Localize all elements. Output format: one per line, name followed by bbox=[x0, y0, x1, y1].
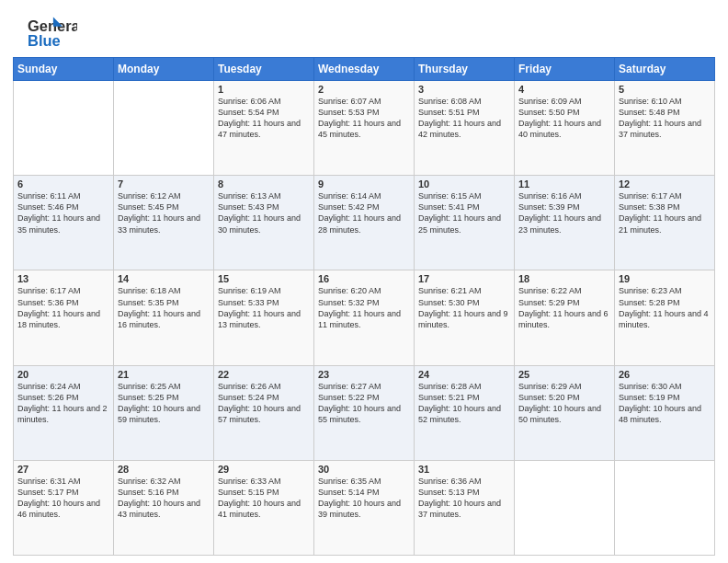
calendar-day-header: Wednesday bbox=[314, 58, 415, 81]
calendar-day-header: Saturday bbox=[615, 58, 715, 81]
day-info: Sunrise: 6:33 AMSunset: 5:15 PMDaylight:… bbox=[218, 476, 310, 521]
day-info: Sunrise: 6:07 AMSunset: 5:53 PMDaylight:… bbox=[318, 96, 410, 141]
day-info: Sunrise: 6:15 AMSunset: 5:41 PMDaylight:… bbox=[418, 190, 510, 236]
day-number: 23 bbox=[318, 369, 410, 380]
calendar-cell: 1Sunrise: 6:06 AMSunset: 5:54 PMDaylight… bbox=[214, 81, 314, 176]
day-info: Sunrise: 6:22 AMSunset: 5:29 PMDaylight:… bbox=[518, 285, 610, 330]
calendar-cell: 14Sunrise: 6:18 AMSunset: 5:35 PMDayligh… bbox=[114, 270, 214, 365]
calendar-cell: 15Sunrise: 6:19 AMSunset: 5:33 PMDayligh… bbox=[214, 270, 314, 365]
calendar-day-header: Tuesday bbox=[214, 58, 314, 81]
calendar-cell: 30Sunrise: 6:35 AMSunset: 5:14 PMDayligh… bbox=[314, 460, 415, 555]
svg-text:Blue: Blue bbox=[28, 32, 61, 49]
calendar-cell: 31Sunrise: 6:36 AMSunset: 5:13 PMDayligh… bbox=[415, 460, 515, 555]
day-number: 28 bbox=[118, 464, 210, 475]
day-number: 2 bbox=[318, 84, 410, 95]
day-number: 22 bbox=[218, 369, 310, 380]
day-info: Sunrise: 6:17 AMSunset: 5:36 PMDaylight:… bbox=[17, 285, 109, 330]
calendar-cell bbox=[615, 460, 715, 555]
day-info: Sunrise: 6:17 AMSunset: 5:38 PMDaylight:… bbox=[619, 190, 711, 236]
day-number: 13 bbox=[17, 273, 109, 284]
calendar-cell: 12Sunrise: 6:17 AMSunset: 5:38 PMDayligh… bbox=[615, 176, 715, 270]
page: General Blue SundayMondayTuesdayWednesda… bbox=[0, 0, 728, 563]
day-info: Sunrise: 6:23 AMSunset: 5:28 PMDaylight:… bbox=[619, 285, 711, 330]
day-info: Sunrise: 6:30 AMSunset: 5:19 PMDaylight:… bbox=[619, 381, 711, 426]
calendar-cell: 16Sunrise: 6:20 AMSunset: 5:32 PMDayligh… bbox=[314, 270, 415, 365]
calendar-cell: 25Sunrise: 6:29 AMSunset: 5:20 PMDayligh… bbox=[515, 365, 615, 460]
calendar-day-header: Thursday bbox=[415, 58, 515, 81]
calendar-cell: 6Sunrise: 6:11 AMSunset: 5:46 PMDaylight… bbox=[14, 176, 114, 270]
calendar-header-row: SundayMondayTuesdayWednesdayThursdayFrid… bbox=[14, 58, 715, 81]
day-info: Sunrise: 6:18 AMSunset: 5:35 PMDaylight:… bbox=[118, 285, 210, 330]
day-number: 19 bbox=[619, 273, 711, 284]
calendar-day-header: Monday bbox=[114, 58, 214, 81]
calendar-cell: 17Sunrise: 6:21 AMSunset: 5:30 PMDayligh… bbox=[415, 270, 515, 365]
day-info: Sunrise: 6:31 AMSunset: 5:17 PMDaylight:… bbox=[17, 476, 109, 521]
day-number: 27 bbox=[17, 464, 109, 475]
day-number: 30 bbox=[318, 464, 410, 475]
day-info: Sunrise: 6:14 AMSunset: 5:42 PMDaylight:… bbox=[318, 190, 410, 236]
calendar-cell: 8Sunrise: 6:13 AMSunset: 5:43 PMDaylight… bbox=[214, 176, 314, 270]
day-info: Sunrise: 6:24 AMSunset: 5:26 PMDaylight:… bbox=[17, 381, 109, 426]
day-number: 3 bbox=[418, 84, 510, 95]
day-number: 18 bbox=[518, 273, 610, 284]
day-info: Sunrise: 6:35 AMSunset: 5:14 PMDaylight:… bbox=[318, 476, 410, 521]
calendar-cell: 27Sunrise: 6:31 AMSunset: 5:17 PMDayligh… bbox=[14, 460, 114, 555]
day-number: 29 bbox=[218, 464, 310, 475]
calendar-cell: 2Sunrise: 6:07 AMSunset: 5:53 PMDaylight… bbox=[314, 81, 415, 176]
calendar-cell: 13Sunrise: 6:17 AMSunset: 5:36 PMDayligh… bbox=[14, 270, 114, 365]
day-info: Sunrise: 6:25 AMSunset: 5:25 PMDaylight:… bbox=[118, 381, 210, 426]
day-info: Sunrise: 6:21 AMSunset: 5:30 PMDaylight:… bbox=[418, 285, 510, 330]
header: General Blue bbox=[13, 11, 715, 50]
calendar-cell: 7Sunrise: 6:12 AMSunset: 5:45 PMDaylight… bbox=[114, 176, 214, 270]
day-info: Sunrise: 6:26 AMSunset: 5:24 PMDaylight:… bbox=[218, 381, 310, 426]
day-number: 8 bbox=[218, 178, 310, 190]
day-info: Sunrise: 6:20 AMSunset: 5:32 PMDaylight:… bbox=[318, 285, 410, 330]
logo-icon: General Blue bbox=[13, 15, 77, 50]
calendar-cell: 28Sunrise: 6:32 AMSunset: 5:16 PMDayligh… bbox=[114, 460, 214, 555]
day-number: 7 bbox=[118, 178, 210, 190]
calendar-week-row: 6Sunrise: 6:11 AMSunset: 5:46 PMDaylight… bbox=[14, 176, 715, 270]
day-number: 24 bbox=[418, 369, 510, 380]
calendar-day-header: Sunday bbox=[14, 58, 114, 81]
calendar-week-row: 27Sunrise: 6:31 AMSunset: 5:17 PMDayligh… bbox=[14, 460, 715, 555]
day-info: Sunrise: 6:08 AMSunset: 5:51 PMDaylight:… bbox=[418, 96, 510, 141]
day-info: Sunrise: 6:32 AMSunset: 5:16 PMDaylight:… bbox=[118, 476, 210, 521]
day-info: Sunrise: 6:11 AMSunset: 5:46 PMDaylight:… bbox=[17, 190, 109, 236]
calendar-cell: 21Sunrise: 6:25 AMSunset: 5:25 PMDayligh… bbox=[114, 365, 214, 460]
day-number: 14 bbox=[118, 273, 210, 284]
day-number: 5 bbox=[619, 84, 711, 95]
day-number: 31 bbox=[418, 464, 510, 475]
day-number: 16 bbox=[318, 273, 410, 284]
calendar-week-row: 1Sunrise: 6:06 AMSunset: 5:54 PMDaylight… bbox=[14, 81, 715, 176]
calendar-cell: 20Sunrise: 6:24 AMSunset: 5:26 PMDayligh… bbox=[14, 365, 114, 460]
calendar-cell: 18Sunrise: 6:22 AMSunset: 5:29 PMDayligh… bbox=[515, 270, 615, 365]
calendar-week-row: 13Sunrise: 6:17 AMSunset: 5:36 PMDayligh… bbox=[14, 270, 715, 365]
calendar-cell: 9Sunrise: 6:14 AMSunset: 5:42 PMDaylight… bbox=[314, 176, 415, 270]
day-info: Sunrise: 6:19 AMSunset: 5:33 PMDaylight:… bbox=[218, 285, 310, 330]
day-info: Sunrise: 6:10 AMSunset: 5:48 PMDaylight:… bbox=[619, 96, 711, 141]
day-number: 21 bbox=[118, 369, 210, 380]
calendar-cell bbox=[515, 460, 615, 555]
calendar-cell: 29Sunrise: 6:33 AMSunset: 5:15 PMDayligh… bbox=[214, 460, 314, 555]
day-number: 12 bbox=[619, 178, 711, 190]
day-number: 6 bbox=[17, 178, 109, 190]
calendar-day-header: Friday bbox=[515, 58, 615, 81]
day-number: 26 bbox=[619, 369, 711, 380]
day-number: 1 bbox=[218, 84, 310, 95]
logo: General Blue bbox=[13, 15, 77, 50]
day-info: Sunrise: 6:29 AMSunset: 5:20 PMDaylight:… bbox=[518, 381, 610, 426]
calendar-cell: 23Sunrise: 6:27 AMSunset: 5:22 PMDayligh… bbox=[314, 365, 415, 460]
calendar-cell: 11Sunrise: 6:16 AMSunset: 5:39 PMDayligh… bbox=[515, 176, 615, 270]
day-number: 9 bbox=[318, 178, 410, 190]
day-info: Sunrise: 6:16 AMSunset: 5:39 PMDaylight:… bbox=[518, 190, 610, 236]
calendar-table: SundayMondayTuesdayWednesdayThursdayFrid… bbox=[13, 57, 715, 556]
day-info: Sunrise: 6:28 AMSunset: 5:21 PMDaylight:… bbox=[418, 381, 510, 426]
day-number: 17 bbox=[418, 273, 510, 284]
calendar-cell: 5Sunrise: 6:10 AMSunset: 5:48 PMDaylight… bbox=[615, 81, 715, 176]
day-info: Sunrise: 6:06 AMSunset: 5:54 PMDaylight:… bbox=[218, 96, 310, 141]
calendar-cell: 3Sunrise: 6:08 AMSunset: 5:51 PMDaylight… bbox=[415, 81, 515, 176]
calendar-week-row: 20Sunrise: 6:24 AMSunset: 5:26 PMDayligh… bbox=[14, 365, 715, 460]
day-number: 15 bbox=[218, 273, 310, 284]
calendar-cell: 22Sunrise: 6:26 AMSunset: 5:24 PMDayligh… bbox=[214, 365, 314, 460]
day-info: Sunrise: 6:13 AMSunset: 5:43 PMDaylight:… bbox=[218, 190, 310, 236]
